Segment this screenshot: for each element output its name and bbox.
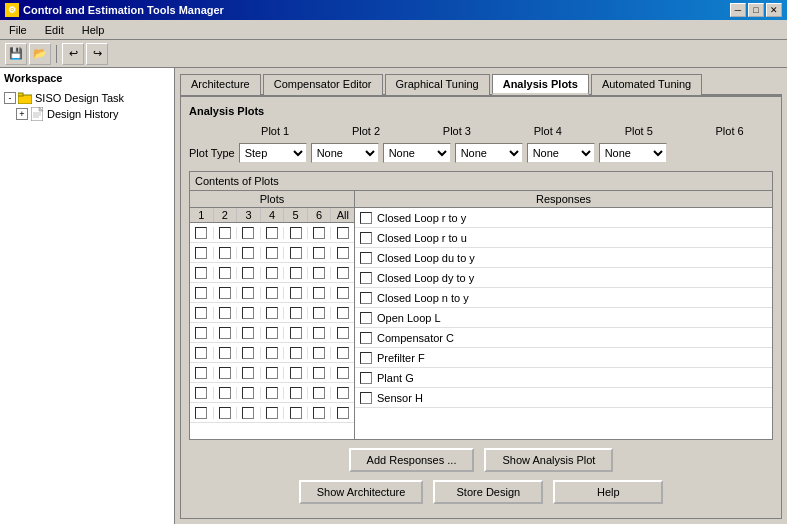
checkbox-r10-c4[interactable] bbox=[266, 407, 278, 419]
tab-graphical-tuning[interactable]: Graphical Tuning bbox=[385, 74, 490, 95]
sidebar-item-siso-design-task[interactable]: - SISO Design Task bbox=[4, 90, 170, 106]
checkbox-r2-c6[interactable] bbox=[313, 247, 325, 259]
checkbox-r8-c6[interactable] bbox=[313, 367, 325, 379]
checkbox-r1-c4[interactable] bbox=[266, 227, 278, 239]
checkbox-r9-c3[interactable] bbox=[242, 387, 254, 399]
show-analysis-plot-button[interactable]: Show Analysis Plot bbox=[484, 448, 613, 472]
checkbox-r4-c5[interactable] bbox=[290, 287, 302, 299]
checkbox-r10-c3[interactable] bbox=[242, 407, 254, 419]
plot2-select[interactable]: None Step Impulse Bode bbox=[311, 143, 379, 163]
checkbox-r1-c3[interactable] bbox=[242, 227, 254, 239]
checkbox-r7-c2[interactable] bbox=[219, 347, 231, 359]
checkbox-r1-c6[interactable] bbox=[313, 227, 325, 239]
tab-architecture[interactable]: Architecture bbox=[180, 74, 261, 95]
checkbox-r9-c6[interactable] bbox=[313, 387, 325, 399]
checkbox-r6-c6[interactable] bbox=[313, 327, 325, 339]
show-architecture-button[interactable]: Show Architecture bbox=[299, 480, 424, 504]
plot1-select[interactable]: Step None Impulse Bode bbox=[239, 143, 307, 163]
checkbox-r5-c1[interactable] bbox=[195, 307, 207, 319]
checkbox-r2-c5[interactable] bbox=[290, 247, 302, 259]
checkbox-r6-c1[interactable] bbox=[195, 327, 207, 339]
checkbox-r10-c6[interactable] bbox=[313, 407, 325, 419]
checkbox-r6-c4[interactable] bbox=[266, 327, 278, 339]
close-button[interactable]: ✕ bbox=[766, 3, 782, 17]
checkbox-r5-c2[interactable] bbox=[219, 307, 231, 319]
checkbox-r5-c5[interactable] bbox=[290, 307, 302, 319]
checkbox-r9-all[interactable] bbox=[337, 387, 349, 399]
checkbox-r6-c5[interactable] bbox=[290, 327, 302, 339]
plot5-select[interactable]: None Step Impulse Bode bbox=[527, 143, 595, 163]
checkbox-r4-all[interactable] bbox=[337, 287, 349, 299]
sidebar-item-design-history[interactable]: + Design History bbox=[16, 106, 170, 122]
checkbox-r10-c5[interactable] bbox=[290, 407, 302, 419]
checkbox-r2-c2[interactable] bbox=[219, 247, 231, 259]
toolbar-redo[interactable]: ↪ bbox=[86, 43, 108, 65]
checkbox-r6-all[interactable] bbox=[337, 327, 349, 339]
minimize-button[interactable]: ─ bbox=[730, 3, 746, 17]
checkbox-r10-c2[interactable] bbox=[219, 407, 231, 419]
checkbox-r5-c3[interactable] bbox=[242, 307, 254, 319]
plot3-select[interactable]: None Step Impulse Bode bbox=[383, 143, 451, 163]
checkbox-r3-c4[interactable] bbox=[266, 267, 278, 279]
resp-checkbox-4[interactable] bbox=[360, 292, 372, 304]
toolbar-open[interactable]: 📂 bbox=[29, 43, 51, 65]
checkbox-r7-c4[interactable] bbox=[266, 347, 278, 359]
checkbox-r8-c5[interactable] bbox=[290, 367, 302, 379]
add-responses-button[interactable]: Add Responses ... bbox=[349, 448, 475, 472]
checkbox-r8-c3[interactable] bbox=[242, 367, 254, 379]
resp-checkbox-7[interactable] bbox=[360, 352, 372, 364]
checkbox-r7-c1[interactable] bbox=[195, 347, 207, 359]
tab-compensator-editor[interactable]: Compensator Editor bbox=[263, 74, 383, 95]
checkbox-r3-c6[interactable] bbox=[313, 267, 325, 279]
resp-checkbox-8[interactable] bbox=[360, 372, 372, 384]
checkbox-r2-all[interactable] bbox=[337, 247, 349, 259]
resp-checkbox-3[interactable] bbox=[360, 272, 372, 284]
checkbox-r10-c1[interactable] bbox=[195, 407, 207, 419]
checkbox-r2-c4[interactable] bbox=[266, 247, 278, 259]
store-design-button[interactable]: Store Design bbox=[433, 480, 543, 504]
checkbox-r2-c1[interactable] bbox=[195, 247, 207, 259]
checkbox-r7-c6[interactable] bbox=[313, 347, 325, 359]
checkbox-r7-c5[interactable] bbox=[290, 347, 302, 359]
resp-checkbox-5[interactable] bbox=[360, 312, 372, 324]
tree-expand-history[interactable]: + bbox=[16, 108, 28, 120]
checkbox-r4-c6[interactable] bbox=[313, 287, 325, 299]
checkbox-r4-c4[interactable] bbox=[266, 287, 278, 299]
tab-automated-tuning[interactable]: Automated Tuning bbox=[591, 74, 702, 95]
tab-analysis-plots[interactable]: Analysis Plots bbox=[492, 74, 589, 95]
checkbox-r5-c4[interactable] bbox=[266, 307, 278, 319]
checkbox-r1-c2[interactable] bbox=[219, 227, 231, 239]
menu-help[interactable]: Help bbox=[78, 23, 109, 37]
checkbox-r9-c1[interactable] bbox=[195, 387, 207, 399]
checkbox-r6-c2[interactable] bbox=[219, 327, 231, 339]
resp-checkbox-9[interactable] bbox=[360, 392, 372, 404]
checkbox-r7-all[interactable] bbox=[337, 347, 349, 359]
checkbox-r8-all[interactable] bbox=[337, 367, 349, 379]
checkbox-r1-c1[interactable] bbox=[195, 227, 207, 239]
checkbox-r1-all[interactable] bbox=[337, 227, 349, 239]
checkbox-r9-c4[interactable] bbox=[266, 387, 278, 399]
checkbox-r1-c5[interactable] bbox=[290, 227, 302, 239]
tree-expand-siso[interactable]: - bbox=[4, 92, 16, 104]
menu-edit[interactable]: Edit bbox=[41, 23, 68, 37]
checkbox-r9-c2[interactable] bbox=[219, 387, 231, 399]
checkbox-r8-c1[interactable] bbox=[195, 367, 207, 379]
toolbar-save[interactable]: 💾 bbox=[5, 43, 27, 65]
checkbox-r7-c3[interactable] bbox=[242, 347, 254, 359]
checkbox-r8-c4[interactable] bbox=[266, 367, 278, 379]
resp-checkbox-2[interactable] bbox=[360, 252, 372, 264]
checkbox-r5-c6[interactable] bbox=[313, 307, 325, 319]
resp-checkbox-6[interactable] bbox=[360, 332, 372, 344]
checkbox-r5-all[interactable] bbox=[337, 307, 349, 319]
plot6-select[interactable]: None Step Impulse Bode bbox=[599, 143, 667, 163]
checkbox-r8-c2[interactable] bbox=[219, 367, 231, 379]
resp-checkbox-0[interactable] bbox=[360, 212, 372, 224]
checkbox-r4-c1[interactable] bbox=[195, 287, 207, 299]
checkbox-r3-c3[interactable] bbox=[242, 267, 254, 279]
menu-file[interactable]: File bbox=[5, 23, 31, 37]
maximize-button[interactable]: □ bbox=[748, 3, 764, 17]
checkbox-r3-c1[interactable] bbox=[195, 267, 207, 279]
help-button[interactable]: Help bbox=[553, 480, 663, 504]
checkbox-r4-c2[interactable] bbox=[219, 287, 231, 299]
checkbox-r3-c2[interactable] bbox=[219, 267, 231, 279]
